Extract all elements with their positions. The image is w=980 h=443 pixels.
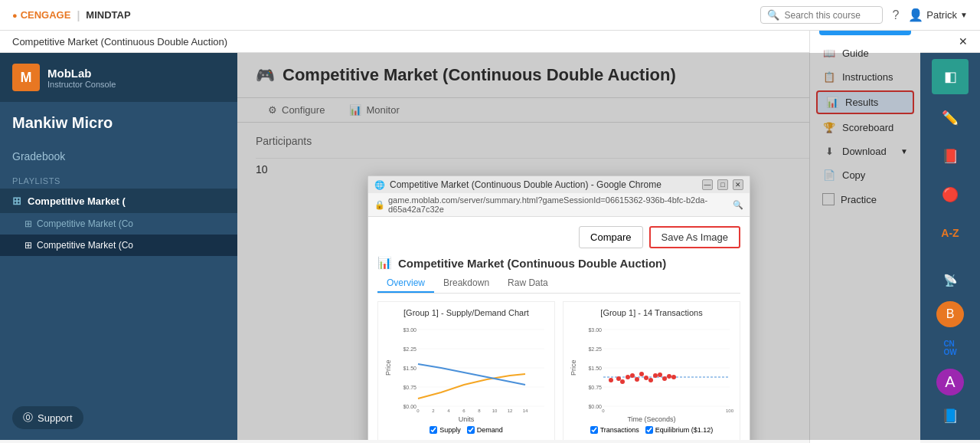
svg-point-39 (648, 378, 653, 382)
modal-title-text: Competitive Market (Continuous Double Au… (390, 179, 697, 190)
user-icon: 👤 (908, 8, 923, 22)
right-icon-4[interactable]: 🔴 (932, 177, 969, 212)
modal-url-bar: 🔒 game.moblab.com/server/summary.html?ga… (368, 193, 750, 217)
modal-window: 🌐 Competitive Market (Continuous Double … (368, 176, 750, 440)
svg-text:$2.25: $2.25 (403, 346, 416, 352)
sub-item-label-1: Competitive Market (Co (37, 218, 133, 229)
right-icon-orange[interactable]: B (936, 301, 964, 328)
modal-tab-rawdata[interactable]: Raw Data (498, 274, 557, 293)
right-icon-cnow[interactable]: CNOW (932, 330, 969, 366)
chart-icon: 📊 (377, 256, 392, 270)
modal-tab-overview[interactable]: Overview (377, 274, 434, 293)
legend-demand-check[interactable] (467, 426, 475, 434)
svg-point-44 (671, 375, 676, 379)
sidebar-playlists-label: PLAYLISTS (0, 169, 237, 189)
legend-supply-check[interactable] (430, 426, 437, 434)
svg-point-36 (635, 377, 639, 382)
sidebar-sub-item-1[interactable]: ⊞ Competitive Market (Co (0, 213, 237, 235)
modal-overlay: 🌐 Competitive Market (Continuous Double … (237, 53, 920, 440)
svg-point-43 (667, 374, 671, 379)
legend-supply[interactable]: Supply (430, 426, 461, 434)
moblab-label: MobLab (47, 67, 116, 80)
modal-titlebar: 🌐 Competitive Market (Continuous Double … (368, 176, 750, 193)
cengage-icon: ● (12, 11, 18, 20)
chart1-legend: Supply Demand (384, 426, 548, 434)
legend-demand[interactable]: Demand (467, 426, 503, 434)
search-bar[interactable]: 🔍 (760, 6, 883, 24)
legend-transactions-check[interactable] (590, 426, 598, 434)
chart2-xlabel: Time (Seconds) (570, 415, 733, 423)
svg-text:10: 10 (492, 409, 498, 413)
chevron-down-icon: ▼ (960, 11, 968, 19)
sidebar-logo-text: MobLab Instructor Console (47, 67, 116, 89)
mindtap-label: MINDTAP (86, 9, 130, 21)
search-icon-modal[interactable]: 🔍 (733, 200, 743, 210)
svg-text:8: 8 (478, 409, 481, 413)
svg-text:$3.00: $3.00 (403, 327, 416, 333)
right-icon-book2[interactable]: 📘 (932, 399, 969, 434)
right-icon-az2[interactable]: A (936, 369, 964, 395)
svg-point-41 (658, 372, 662, 377)
svg-text:$1.50: $1.50 (588, 366, 602, 371)
modal-close-btn[interactable]: ✕ (733, 179, 743, 190)
cengage-label: CENGAGE (21, 9, 71, 21)
save-as-image-button[interactable]: Save As Image (649, 226, 740, 248)
modal-tabs: Overview Breakdown Raw Data (377, 274, 740, 294)
svg-text:4: 4 (447, 409, 450, 413)
support-button[interactable]: ⓪ Support (12, 406, 83, 429)
legend-transactions[interactable]: Transactions (590, 426, 639, 434)
legend-equilibrium-check[interactable] (645, 426, 653, 434)
main-layout: M MobLab Instructor Console Mankiw Micro… (0, 53, 980, 440)
sub-item-icon: ⊞ (24, 218, 32, 229)
chart1-title: [Group 1] - Supply/Demand Chart (384, 308, 548, 317)
console-label: Instructor Console (47, 80, 116, 89)
sidebar-item-competitive-market[interactable]: ⊞ Competitive Market ( (0, 189, 237, 213)
svg-text:$0.00: $0.00 (403, 404, 416, 409)
chart-supply-demand: [Group 1] - Supply/Demand Chart Price (377, 301, 555, 440)
chart2-title: [Group 1] - 14 Transactions (570, 308, 733, 317)
modal-maximize-btn[interactable]: □ (717, 179, 728, 190)
sub-header-title: Competitive Market (Continuous Double Au… (12, 36, 227, 48)
modal-minimize-btn[interactable]: — (702, 179, 713, 190)
playlist-item-label: Competitive Market ( (28, 195, 126, 207)
svg-point-35 (630, 373, 635, 378)
modal-tab-breakdown[interactable]: Breakdown (434, 274, 498, 293)
modal-favicon: 🌐 (374, 180, 385, 190)
chart2-ylabel: Price (570, 322, 577, 414)
modal-body: Compare Save As Image 📊 Competitive Mark… (368, 217, 750, 440)
sidebar-item-gradebook[interactable]: Gradebook (0, 144, 237, 169)
right-icon-1[interactable]: ◧ (932, 59, 969, 94)
moblab-logo-icon: M (12, 64, 40, 91)
chart1-ylabel: Price (384, 322, 392, 414)
svg-text:14: 14 (523, 409, 528, 413)
help-icon[interactable]: ? (892, 8, 899, 22)
svg-text:$1.50: $1.50 (403, 366, 416, 371)
playlist-icon: ⊞ (12, 195, 21, 207)
right-icon-2[interactable]: ✏️ (932, 100, 969, 136)
sidebar-course-name: Mankiw Micro (0, 102, 237, 144)
search-input[interactable] (784, 10, 876, 21)
sidebar-sub-item-2[interactable]: ⊞ Competitive Market (Co (0, 235, 237, 256)
compare-button[interactable]: Compare (579, 226, 642, 248)
right-icon-az[interactable]: A-Z (932, 215, 969, 251)
svg-text:$0.00: $0.00 (588, 404, 602, 409)
svg-point-40 (653, 373, 658, 378)
svg-point-32 (616, 376, 621, 381)
modal-actions: Compare Save As Image (377, 226, 740, 248)
svg-text:$3.00: $3.00 (588, 327, 602, 333)
lock-icon: 🔒 (374, 200, 385, 210)
svg-text:0: 0 (416, 409, 420, 413)
svg-text:6: 6 (462, 409, 466, 413)
chart1-xlabel: Units (384, 415, 548, 423)
nav-icons: ? 👤 Patrick ▼ (892, 8, 968, 22)
right-icon-3[interactable]: 📕 (932, 139, 969, 174)
chart-transactions: [Group 1] - 14 Transactions Price (563, 301, 740, 440)
right-icon-rss[interactable]: 📡 (932, 263, 969, 298)
modal-url: game.moblab.com/server/summary.html?game… (388, 195, 730, 214)
right-sidebar: ◧ ✏️ 📕 🔴 A-Z 📡 B CNOW A 📘 (920, 53, 980, 440)
sidebar-logo: M MobLab Instructor Console (0, 53, 237, 102)
svg-point-33 (620, 379, 625, 384)
user-menu[interactable]: 👤 Patrick ▼ (908, 8, 968, 22)
close-icon[interactable]: ✕ (959, 35, 968, 48)
legend-equilibrium[interactable]: Equilibrium ($1.12) (645, 426, 714, 434)
